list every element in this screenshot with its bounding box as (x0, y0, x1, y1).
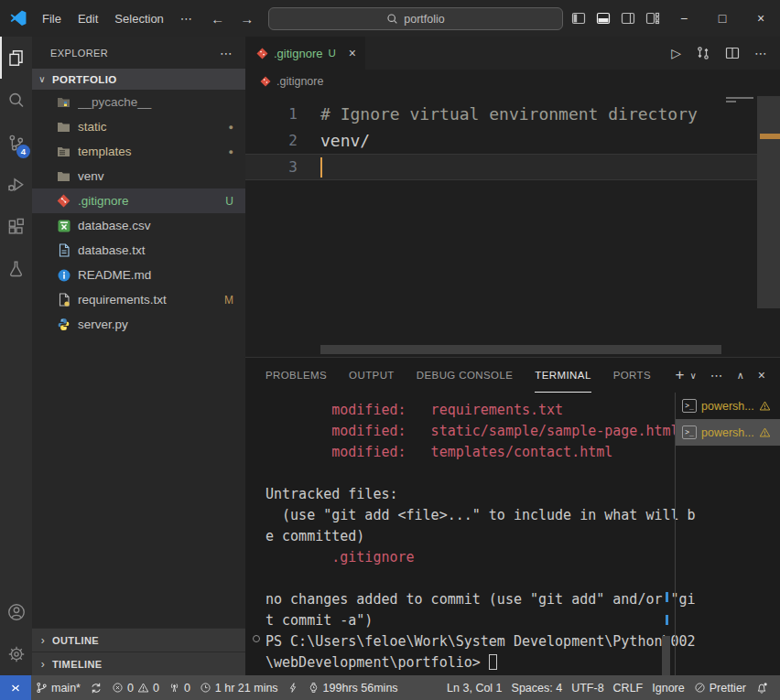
scm-badge: 4 (16, 145, 30, 158)
file-venv[interactable]: venv (32, 164, 245, 188)
terminal-instance-powershell-active[interactable]: >_ powersh... (676, 419, 780, 446)
editor-scrollbar[interactable] (757, 93, 780, 357)
explorer-title: EXPLORER (50, 48, 108, 59)
menu-more[interactable]: ⋯ (172, 6, 200, 30)
tab-ports[interactable]: PORTS (613, 358, 651, 393)
split-editor-icon[interactable] (725, 46, 740, 60)
lightning-status[interactable] (283, 675, 303, 700)
settings-gear-icon[interactable] (0, 633, 32, 675)
bolt-icon (287, 682, 298, 694)
radio-tower-icon (168, 682, 180, 694)
text-file-icon (56, 243, 71, 257)
terminal-instance-powershell[interactable]: >_ powersh... (676, 393, 780, 419)
notifications-bell[interactable] (751, 675, 773, 700)
tab-gitignore[interactable]: .gitignore U × (245, 37, 366, 70)
new-terminal-button[interactable]: + (675, 366, 684, 384)
file-static[interactable]: static ● (32, 114, 245, 139)
close-button[interactable]: × (742, 0, 780, 37)
back-button[interactable]: ← (206, 6, 230, 30)
terminal-scrollbar[interactable] (662, 636, 670, 675)
cursor-position-status[interactable]: Ln 3, Col 1 (442, 675, 506, 700)
language-mode-status[interactable]: Ignore (647, 675, 688, 700)
run-debug-icon[interactable] (0, 163, 32, 205)
terminal-icon: >_ (682, 399, 697, 413)
search-icon[interactable] (0, 79, 32, 121)
toggle-secondary-sidebar-button[interactable] (615, 6, 640, 31)
pip-file-icon (56, 293, 71, 307)
tab-problems[interactable]: PROBLEMS (265, 358, 327, 393)
breadcrumb[interactable]: .gitignore (245, 70, 780, 93)
terminal-dropdown-icon[interactable]: ∨ (689, 371, 696, 381)
tab-terminal[interactable]: TERMINAL (535, 358, 590, 393)
customize-layout-button[interactable] (640, 6, 665, 31)
file-readme[interactable]: README.md (32, 263, 245, 287)
explorer-icon[interactable] (0, 37, 32, 79)
horizontal-scrollbar[interactable] (320, 345, 721, 354)
git-icon (256, 48, 268, 59)
menu-selection[interactable]: Selection (106, 6, 171, 30)
testing-icon[interactable] (0, 247, 32, 289)
tab-bar: .gitignore U × ▷ ⋯ (245, 37, 780, 70)
chevron-down-icon: ∨ (36, 74, 49, 84)
problems-status[interactable]: 0 0 (107, 675, 164, 700)
toggle-panel-button[interactable] (590, 6, 615, 31)
toggle-primary-sidebar-button[interactable] (566, 6, 590, 31)
encoding-status[interactable]: UTF-8 (567, 675, 608, 700)
run-file-button[interactable]: ▷ (671, 46, 681, 60)
command-center-search[interactable]: portfolio (268, 7, 563, 30)
panel-more-actions-icon[interactable]: ⋯ (710, 368, 723, 382)
eol-status[interactable]: CRLF (609, 675, 648, 700)
text-cursor (320, 157, 322, 178)
sync-button[interactable] (85, 675, 107, 700)
file-pycache[interactable]: __pycache__ (32, 90, 245, 114)
status-bar: main* 0 0 0 (0, 675, 780, 700)
terminal-view[interactable]: modified: requirements.txt modified: sta… (245, 393, 780, 675)
clock-icon (200, 682, 211, 694)
forward-button[interactable]: → (235, 6, 259, 30)
close-panel-icon[interactable]: × (758, 368, 765, 382)
tab-untracked-badge: U (328, 48, 335, 59)
slash-circle-icon (694, 682, 706, 694)
remote-indicator[interactable] (0, 675, 31, 700)
modified-line-marker (760, 134, 780, 139)
file-server-py[interactable]: server.py (32, 312, 245, 337)
outline-section[interactable]: › OUTLINE (32, 628, 245, 652)
timeline-section[interactable]: › TIMELINE (32, 652, 245, 675)
modified-badge: M (224, 294, 233, 307)
file-requirements[interactable]: requirements.txt M (32, 287, 245, 312)
git-icon (260, 76, 271, 87)
code-editor[interactable]: 1 # Ignore virtual environment directory… (245, 93, 780, 357)
tab-debug-console[interactable]: DEBUG CONSOLE (417, 358, 514, 393)
branch-status[interactable]: main* (31, 675, 85, 700)
file-templates[interactable]: templates ● (32, 139, 245, 164)
maximize-button[interactable]: □ (703, 0, 742, 37)
command-decoration-icon[interactable] (253, 635, 260, 642)
vscode-logo (10, 10, 27, 27)
open-changes-icon[interactable] (696, 46, 710, 60)
editor-more-actions-icon[interactable]: ⋯ (754, 46, 767, 60)
file-gitignore[interactable]: .gitignore U (32, 188, 245, 213)
tab-close-icon[interactable]: × (349, 46, 356, 60)
source-control-icon[interactable]: 4 (0, 121, 32, 163)
maximize-panel-icon[interactable]: ∧ (737, 370, 744, 382)
minimize-button[interactable]: − (665, 0, 703, 37)
account-icon[interactable] (0, 591, 32, 633)
file-database-txt[interactable]: database.txt (32, 238, 245, 263)
formatter-status[interactable]: Prettier (689, 675, 751, 700)
menu-file[interactable]: File (34, 6, 70, 30)
minimap[interactable] (726, 97, 757, 104)
explorer-more-actions-icon[interactable]: ⋯ (220, 46, 233, 60)
file-database-csv[interactable]: database.csv (32, 213, 245, 238)
session-time-status[interactable]: 1 hr 21 mins (195, 675, 283, 700)
timeline-label: TIMELINE (52, 659, 103, 670)
wakatime-status[interactable]: 199hrs 56mins (303, 675, 403, 700)
breadcrumb-file: .gitignore (276, 75, 323, 88)
extensions-icon[interactable] (0, 205, 32, 247)
menu-edit[interactable]: Edit (70, 6, 106, 30)
tab-output[interactable]: OUTPUT (349, 358, 395, 393)
search-icon (386, 13, 398, 25)
indentation-status[interactable]: Spaces: 4 (507, 675, 568, 700)
ports-status[interactable]: 0 (164, 675, 195, 700)
root-folder-portfolio[interactable]: ∨ PORTFOLIO (32, 69, 245, 90)
titlebar-right: − □ × (566, 0, 780, 37)
